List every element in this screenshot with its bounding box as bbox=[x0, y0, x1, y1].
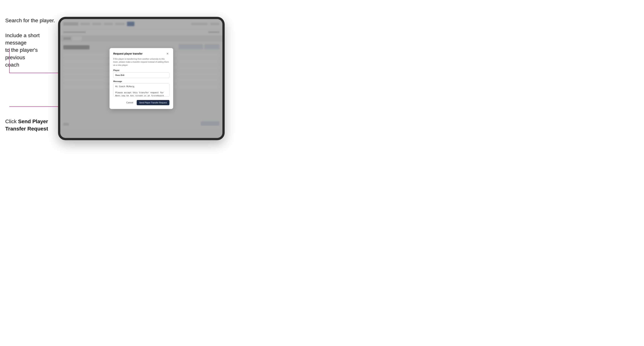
annotation-message: Include a short messageto the player's p… bbox=[5, 32, 54, 68]
player-label: Player bbox=[113, 69, 170, 71]
annotation-bold: Send PlayerTransfer Request bbox=[5, 119, 48, 132]
message-label: Message bbox=[113, 80, 170, 82]
request-transfer-modal: Request player transfer ✕ If the player … bbox=[110, 48, 173, 109]
modal-title: Request player transfer bbox=[113, 52, 142, 55]
modal-overlay: Request player transfer ✕ If the player … bbox=[60, 19, 222, 138]
tablet-device: Request player transfer ✕ If the player … bbox=[58, 17, 225, 140]
modal-footer: Cancel Send Player Transfer Request bbox=[113, 100, 170, 105]
modal-description: If the player is transferring from anoth… bbox=[113, 57, 170, 67]
message-textarea[interactable]: Hi Coach McHarg, Please accept this tran… bbox=[113, 83, 170, 96]
modal-header: Request player transfer ✕ bbox=[113, 52, 170, 55]
cancel-button[interactable]: Cancel bbox=[124, 100, 135, 105]
tablet-screen: Request player transfer ✕ If the player … bbox=[60, 19, 222, 138]
modal-close-button[interactable]: ✕ bbox=[166, 52, 170, 55]
player-input[interactable] bbox=[113, 72, 170, 78]
annotation-click: Click Send PlayerTransfer Request bbox=[5, 118, 48, 132]
send-transfer-button[interactable]: Send Player Transfer Request bbox=[137, 100, 170, 105]
annotation-search: Search for the player. bbox=[5, 17, 55, 24]
